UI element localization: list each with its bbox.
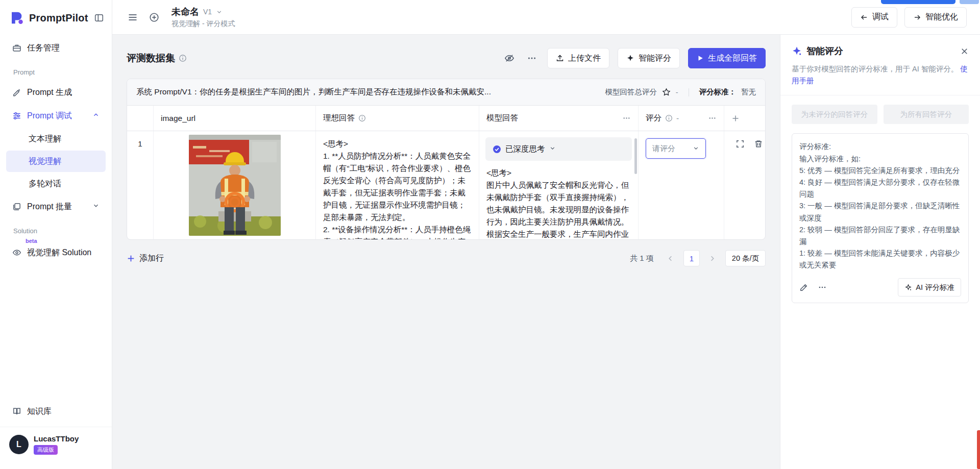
app-logo-icon [9,10,24,26]
app-root: PromptPilot 任务管理 Prompt Prompt 生成 Prompt… [0,0,980,469]
section-label-prompt: Prompt [0,60,112,80]
prompt-generate-label: Prompt 生成 [27,87,72,98]
text-understanding-label: 文本理解 [29,134,61,144]
model-column-more-icon[interactable] [622,114,631,122]
generate-all-button[interactable]: 生成全部回答 [688,48,766,68]
model-answer-text: <思考> 图片中人员佩戴了安全帽和反光背心，但未佩戴防护手套（双手直接握持绳索）… [485,161,632,239]
ai-criteria-button[interactable]: AI 评分标准 [898,278,961,297]
expand-row-icon[interactable] [736,139,745,239]
score-cell: 请评分 [639,131,724,239]
sidebar-subitem-text-understanding[interactable]: 文本理解 [6,128,106,150]
knowledge-base-label: 知识库 [27,406,52,417]
prompt-debug-label: Prompt 调试 [27,111,72,121]
debug-button[interactable]: 调试 [851,7,897,28]
close-icon[interactable] [960,47,969,56]
upload-file-button[interactable]: 上传文件 [547,48,609,68]
sidebar-subitem-vision-understanding[interactable]: 视觉理解 [6,151,106,172]
check-circle-icon [493,145,501,154]
next-page-icon[interactable] [705,251,720,266]
multiturn-dialog-label: 多轮对话 [29,179,61,189]
panel-title: 智能评分 [806,45,843,57]
info-icon [665,114,673,122]
page-number-button[interactable]: 1 [683,250,700,266]
sidebar-item-prompt-debug[interactable]: Prompt 调试 [6,105,106,127]
sidebar-item-vision-solution[interactable]: beta 视觉理解 Solution [6,240,106,262]
user-account[interactable]: L LucasTTboy 高级版 [0,427,112,464]
sidebar-item-prompt-generate[interactable]: Prompt 生成 [6,81,106,104]
edit-pencil-icon[interactable] [799,283,808,292]
add-column-icon[interactable] [731,114,740,122]
beta-badge: beta [26,238,37,244]
section-label-solution: Solution [0,219,112,239]
sidebar-subitem-multiturn-dialog[interactable]: 多轮对话 [6,173,106,194]
score-select-placeholder: 请评分 [652,144,675,154]
delete-row-icon[interactable] [754,139,763,239]
cell-scrollbar-thumb[interactable] [634,138,637,174]
score-all-button[interactable]: 为所有回答评分 [884,105,969,124]
score-header-value: - [676,114,679,123]
topbar-actions: 调试 智能优化 [851,7,967,28]
sidebar-item-knowledge-base[interactable]: 知识库 [6,400,106,423]
chevron-down-icon [92,202,100,211]
score-select[interactable]: 请评分 [646,138,706,159]
more-actions-icon[interactable] [525,51,539,65]
col-image-label: image_url [161,114,195,123]
image-cell[interactable] [154,131,316,239]
model-answer-cell[interactable]: 已深度思考 <思考> 图片中人员佩戴了安全帽和反光背心，但未佩戴防护手套（双手直… [479,131,639,239]
sidebar-item-task-management[interactable]: 任务管理 [6,37,106,59]
panel-actions: 为未评分的回答评分 为所有回答评分 [792,105,969,124]
sidebar-collapse-icon[interactable] [94,13,104,22]
criteria-text: 评分标准: 输入评分标准，如: 5: 优秀 — 模型回答完全满足所有要求，理由充… [799,141,961,271]
star-icon[interactable] [662,88,671,96]
magic-pen-icon [12,88,21,97]
header-model-answer: 模型回答 [479,106,639,131]
prev-page-icon[interactable] [663,251,678,266]
table-footer: 添加行 共 1 项 1 20 条/页 [127,250,766,266]
topbar: 未命名 V1 视觉理解 - 评分模式 调试 智能优化 [112,0,980,35]
prompt-batch-label: Prompt 批量 [27,202,72,212]
total-score-value: - [676,88,678,96]
ai-sparkle-icon [904,284,912,291]
score-unscored-button[interactable]: 为未评分的回答评分 [792,105,877,124]
hide-columns-icon[interactable] [502,51,517,65]
criteria-more-icon[interactable] [818,283,827,292]
worker-photo [189,135,281,236]
deep-think-toggle[interactable]: 已深度思考 [485,137,632,161]
ideal-answer-cell[interactable]: <思考> 1. **人员防护情况分析**：人员戴黄色安全帽（有“工电”标识，符合… [316,131,479,239]
system-prompt-bar[interactable]: 系统 Prompt/V1：你的任务是根据生产车间的图片，判断生产车间是否存在违规… [127,79,765,106]
user-meta: LucasTTboy 高级版 [34,434,79,455]
layers-icon [12,202,21,211]
divider [780,95,980,95]
page-title: 评测数据集 [127,52,187,65]
play-icon [697,55,704,62]
sliders-icon [12,111,21,120]
page-scrollbar-thumb[interactable] [977,430,980,469]
user-name: LucasTTboy [34,434,79,443]
col-model-label: 模型回答 [486,113,518,124]
sidebar-item-prompt-batch[interactable]: Prompt 批量 [6,195,106,218]
criteria-editor[interactable]: 评分标准: 输入评分标准，如: 5: 优秀 — 模型回答完全满足所有要求，理由充… [792,133,969,303]
add-row-button[interactable]: 添加行 [127,253,164,264]
eye-icon [12,248,21,257]
total-items-label: 共 1 项 [630,254,654,263]
main-title-row: 评测数据集 上传文件 [127,48,766,68]
chevron-up-icon [92,111,100,120]
add-session-icon[interactable] [147,10,161,24]
upload-file-label: 上传文件 [568,53,601,64]
smart-optimize-button[interactable]: 智能优化 [904,7,967,28]
score-column-more-icon[interactable] [708,114,717,122]
table-row: 1 [127,131,765,239]
panel-description-text: 基于你对模型回答的评分标准，用于 AI 智能评分。 [792,65,958,73]
smart-score-button[interactable]: 智能评分 [618,48,680,68]
page-size-select[interactable]: 20 条/页 [725,250,766,266]
header-index-cell [127,106,154,131]
book-icon [12,407,21,416]
criteria-status-value: 暂无 [741,87,756,97]
row-actions [724,131,765,239]
header-score: 评分 - [639,106,724,131]
panel-header: 智能评分 [792,45,969,57]
ai-criteria-label: AI 评分标准 [916,283,954,292]
menu-icon[interactable] [126,10,140,24]
divider [689,88,689,96]
version-chevron-down-icon[interactable] [216,9,223,15]
